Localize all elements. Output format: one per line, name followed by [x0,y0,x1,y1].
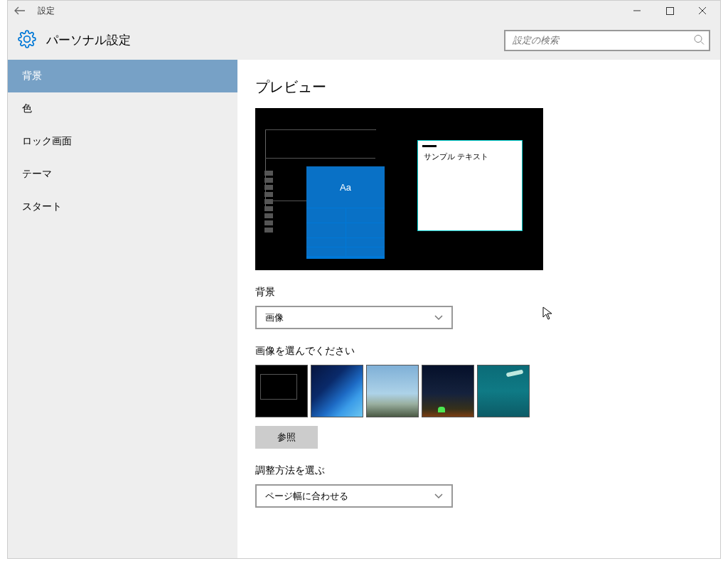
maximize-icon [666,7,674,15]
fit-dropdown-value: ページ幅に合わせる [265,490,348,503]
wallpaper-thumb[interactable] [366,365,419,417]
sidebar-item-themes[interactable]: テーマ [8,158,237,191]
content: プレビュー Aa サ [237,60,720,558]
fit-dropdown[interactable]: ページ幅に合わせる [255,484,453,508]
titlebar: 設定 [8,1,720,21]
minimize-icon [633,6,641,15]
choose-image-label: 画像を選んでください [255,345,702,358]
svg-line-3 [701,41,704,44]
settings-window: 設定 パーソナル設定 背景 色 ロック画面 [7,0,721,559]
wallpaper-thumb[interactable] [422,365,474,417]
page-title: パーソナル設定 [46,32,131,48]
search-icon [693,33,705,47]
fit-label: 調整方法を選ぶ [255,464,702,477]
image-thumbnails [255,365,702,417]
header: パーソナル設定 [8,21,720,60]
search-input[interactable] [504,30,710,51]
arrow-left-icon [14,6,26,15]
svg-rect-1 [666,7,673,14]
preview-sample-window: サンプル テキスト [417,140,523,231]
wallpaper-thumb[interactable] [477,365,530,417]
preview-taskbar-graphic [257,171,273,235]
sidebar-item-background[interactable]: 背景 [8,60,237,92]
browse-button[interactable]: 参照 [255,426,318,449]
chevron-down-icon [434,491,443,501]
background-dropdown[interactable]: 画像 [255,306,453,329]
chevron-down-icon [434,312,443,323]
background-label: 背景 [255,286,702,299]
background-dropdown-value: 画像 [265,311,284,324]
maximize-button[interactable] [653,1,686,21]
preview-sample-text: サンプル テキスト [418,151,522,162]
sidebar-item-start[interactable]: スタート [8,191,237,223]
minimize-button[interactable] [621,1,653,21]
preview-tile: Aa [306,166,385,208]
svg-point-2 [695,35,702,42]
preview-tiles: Aa [306,166,385,259]
sidebar: 背景 色 ロック画面 テーマ スタート [8,60,237,558]
window-title: 設定 [38,5,621,17]
search-wrap [504,30,710,51]
gear-icon [18,30,36,50]
back-button[interactable] [9,1,31,21]
wallpaper-thumb[interactable] [255,365,308,417]
close-button[interactable] [686,1,719,21]
sidebar-item-colors[interactable]: 色 [8,92,237,125]
preview-box: Aa サンプル テキスト [255,108,543,270]
sidebar-item-lockscreen[interactable]: ロック画面 [8,125,237,158]
close-icon [698,6,707,15]
preview-heading: プレビュー [255,78,702,97]
preview-sample-bar [422,145,437,147]
mouse-cursor-icon [542,306,554,324]
wallpaper-thumb[interactable] [311,365,363,417]
